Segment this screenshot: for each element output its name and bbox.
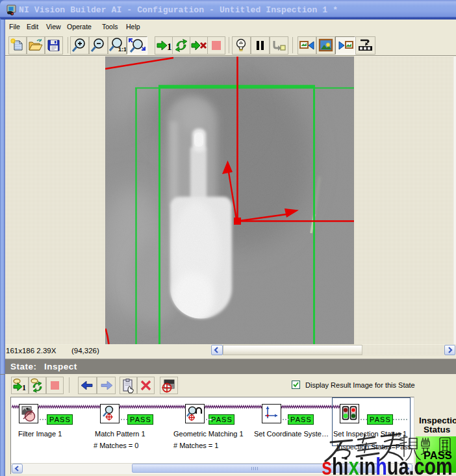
svg-text:1: 1 xyxy=(167,42,172,52)
svg-text:1:1: 1:1 xyxy=(118,46,126,53)
svg-text:1: 1 xyxy=(22,383,26,392)
